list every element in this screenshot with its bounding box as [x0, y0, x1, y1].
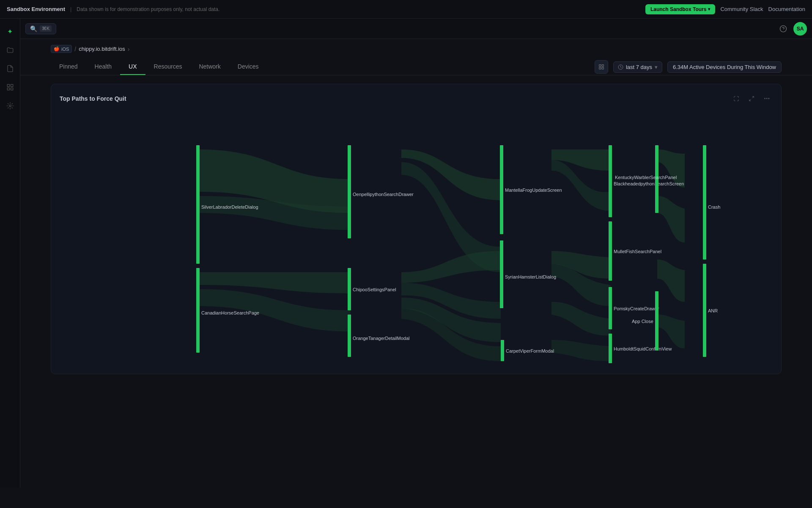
tab-pinned[interactable]: Pinned: [51, 59, 86, 75]
svg-text:SyrianHamsterListDialog: SyrianHamsterListDialog: [505, 274, 556, 279]
breadcrumb-chevron-icon[interactable]: ›: [128, 46, 130, 52]
svg-rect-7: [599, 65, 601, 66]
svg-rect-41: [655, 291, 658, 351]
sidebar-icon-settings[interactable]: [3, 98, 18, 113]
sidebar-icon-folder[interactable]: [3, 42, 18, 58]
svg-rect-25: [500, 145, 503, 234]
platform-badge: 🍎 iOS: [51, 45, 72, 53]
svg-text:CanadianHorseSearchPage: CanadianHorseSearchPage: [201, 310, 259, 315]
svg-rect-15: [196, 145, 200, 264]
tab-devices[interactable]: Devices: [229, 59, 267, 75]
breadcrumb-separator: /: [74, 46, 76, 52]
svg-text:KentuckyWarblerSearchPanel: KentuckyWarblerSearchPanel: [615, 175, 677, 180]
svg-rect-23: [348, 315, 351, 357]
help-icon-btn[interactable]: [776, 22, 790, 36]
tabbar: Pinned Health UX Resources Network Devic…: [20, 59, 812, 75]
svg-text:ChipooSettingsPanel: ChipooSettingsPanel: [353, 287, 396, 292]
svg-rect-2: [7, 88, 9, 90]
tab-health[interactable]: Health: [86, 59, 120, 75]
sidebar-icon-star[interactable]: ✦: [3, 24, 18, 39]
time-filter-dropdown[interactable]: last 7 days ▾: [613, 61, 662, 73]
sidebar-icon-grid[interactable]: [3, 80, 18, 95]
sankey-chart: SilverLabradorDeleteDialog CanadianHorse…: [60, 111, 773, 365]
chart-title-actions: ⋯: [730, 93, 773, 105]
platform-icon: 🍎: [54, 46, 60, 52]
sidebar: ✦: [0, 19, 20, 488]
svg-rect-35: [609, 334, 612, 363]
active-devices-badge: 6.34M Active Devices During This Window: [667, 61, 782, 73]
launch-sandbox-btn[interactable]: Launch Sandbox Tours ▾: [645, 4, 715, 14]
svg-text:OenpellipythonSearchDrawer: OenpellipythonSearchDrawer: [353, 192, 414, 197]
env-title: Sandbox Environment: [7, 6, 65, 12]
chart-card: Top Paths to Force Quit ⋯: [51, 84, 782, 374]
fullscreen-icon-btn[interactable]: [746, 93, 757, 105]
svg-rect-37: [501, 340, 504, 361]
svg-rect-45: [703, 264, 706, 357]
view-grid-btn[interactable]: [595, 60, 608, 74]
search-icon: 🔍: [30, 25, 37, 32]
svg-rect-43: [703, 145, 706, 260]
tab-ux[interactable]: UX: [120, 59, 145, 75]
tab-network[interactable]: Network: [190, 59, 229, 75]
svg-text:HumboldtSquidConfirmView: HumboldtSquidConfirmView: [614, 346, 672, 351]
svg-rect-9: [599, 67, 601, 69]
svg-rect-1: [11, 84, 13, 86]
svg-text:PomskyCreateDrawer: PomskyCreateDrawer: [614, 306, 659, 311]
user-avatar[interactable]: SA: [793, 22, 807, 36]
svg-rect-31: [609, 221, 612, 281]
svg-rect-21: [348, 268, 351, 310]
main-content: Top Paths to Force Quit ⋯: [20, 75, 812, 383]
more-options-icon-btn[interactable]: ⋯: [761, 93, 773, 105]
svg-rect-29: [609, 145, 612, 217]
tab-actions: last 7 days ▾ 6.34M Active Devices Durin…: [595, 60, 782, 74]
community-slack-link[interactable]: Community Slack: [720, 6, 763, 12]
time-filter-chevron-icon: ▾: [655, 64, 658, 70]
svg-rect-19: [348, 145, 351, 238]
svg-text:MulletFishSearchPanel: MulletFishSearchPanel: [614, 249, 661, 254]
svg-text:App Close: App Close: [632, 319, 653, 324]
topbar-right-icons: SA: [776, 22, 807, 36]
svg-rect-8: [602, 65, 604, 66]
svg-text:Crash: Crash: [708, 204, 720, 210]
sidebar-icon-file[interactable]: [3, 61, 18, 76]
svg-text:MantellaFrogUpdateScreen: MantellaFrogUpdateScreen: [505, 188, 562, 193]
chart-title-text: Top Paths to Force Quit: [60, 95, 126, 102]
content-area: 🔍 ⌘K SA 🍎 iOS / chippy.io.bitdrift.ios ›…: [20, 19, 812, 488]
svg-point-5: [780, 25, 787, 32]
svg-point-4: [9, 105, 11, 107]
svg-rect-17: [196, 268, 200, 353]
search-box[interactable]: 🔍 ⌘K: [25, 23, 56, 34]
svg-text:CarpetViperFormModal: CarpetViperFormModal: [506, 348, 554, 353]
breadcrumb: 🍎 iOS / chippy.io.bitdrift.ios ›: [20, 39, 812, 59]
svg-line-12: [752, 97, 754, 98]
tab-resources[interactable]: Resources: [145, 59, 191, 75]
svg-text:BlackheadedpythonSearchScreen: BlackheadedpythonSearchScreen: [614, 181, 684, 186]
chart-title-row: Top Paths to Force Quit ⋯: [60, 93, 773, 105]
svg-line-13: [749, 99, 751, 101]
svg-rect-0: [7, 84, 9, 86]
svg-rect-27: [500, 240, 503, 308]
svg-rect-3: [11, 88, 13, 90]
demo-notice: Data shown is for demonstration purposes…: [77, 6, 640, 12]
search-kbd: ⌘K: [40, 25, 52, 32]
topbar: Sandbox Environment | Data shown is for …: [0, 0, 812, 19]
chevron-down-icon: ▾: [708, 7, 710, 11]
searchbar-row: 🔍 ⌘K SA: [20, 19, 812, 39]
svg-rect-33: [609, 287, 612, 329]
svg-text:OrangeTanagerDetailModal: OrangeTanagerDetailModal: [353, 336, 410, 341]
svg-text:SilverLabradorDeleteDialog: SilverLabradorDeleteDialog: [201, 204, 258, 210]
expand-icon-btn[interactable]: [730, 93, 742, 105]
documentation-link[interactable]: Documentation: [768, 6, 805, 12]
svg-text:ANR: ANR: [708, 308, 718, 313]
svg-rect-10: [602, 67, 604, 69]
breadcrumb-app: chippy.io.bitdrift.ios: [79, 46, 125, 52]
